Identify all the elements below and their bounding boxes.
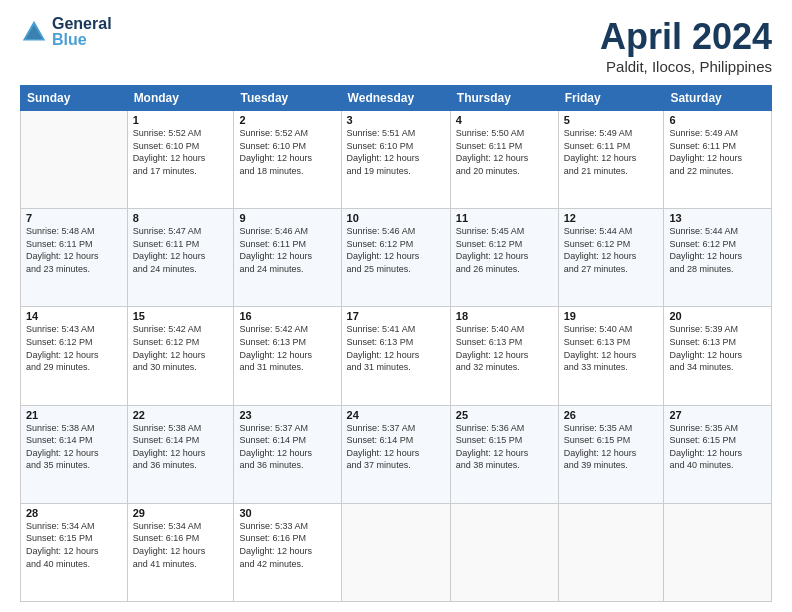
table-row: 14Sunrise: 5:43 AM Sunset: 6:12 PM Dayli… [21,307,128,405]
calendar-week-row: 21Sunrise: 5:38 AM Sunset: 6:14 PM Dayli… [21,405,772,503]
day-number: 1 [133,114,229,126]
day-number: 27 [669,409,766,421]
day-number: 21 [26,409,122,421]
day-number: 29 [133,507,229,519]
table-row: 22Sunrise: 5:38 AM Sunset: 6:14 PM Dayli… [127,405,234,503]
day-info: Sunrise: 5:35 AM Sunset: 6:15 PM Dayligh… [669,422,766,472]
col-wednesday: Wednesday [341,86,450,111]
table-row: 11Sunrise: 5:45 AM Sunset: 6:12 PM Dayli… [450,209,558,307]
day-info: Sunrise: 5:39 AM Sunset: 6:13 PM Dayligh… [669,323,766,373]
page: General Blue April 2024 Paldit, Ilocos, … [0,0,792,612]
day-info: Sunrise: 5:46 AM Sunset: 6:11 PM Dayligh… [239,225,335,275]
day-info: Sunrise: 5:49 AM Sunset: 6:11 PM Dayligh… [564,127,659,177]
table-row: 25Sunrise: 5:36 AM Sunset: 6:15 PM Dayli… [450,405,558,503]
table-row: 1Sunrise: 5:52 AM Sunset: 6:10 PM Daylig… [127,111,234,209]
day-number: 20 [669,310,766,322]
day-info: Sunrise: 5:45 AM Sunset: 6:12 PM Dayligh… [456,225,553,275]
day-info: Sunrise: 5:50 AM Sunset: 6:11 PM Dayligh… [456,127,553,177]
day-number: 6 [669,114,766,126]
day-number: 16 [239,310,335,322]
table-row: 27Sunrise: 5:35 AM Sunset: 6:15 PM Dayli… [664,405,772,503]
table-row: 30Sunrise: 5:33 AM Sunset: 6:16 PM Dayli… [234,503,341,601]
day-number: 30 [239,507,335,519]
table-row: 24Sunrise: 5:37 AM Sunset: 6:14 PM Dayli… [341,405,450,503]
col-thursday: Thursday [450,86,558,111]
day-number: 22 [133,409,229,421]
table-row: 3Sunrise: 5:51 AM Sunset: 6:10 PM Daylig… [341,111,450,209]
day-number: 14 [26,310,122,322]
day-info: Sunrise: 5:37 AM Sunset: 6:14 PM Dayligh… [347,422,445,472]
table-row: 12Sunrise: 5:44 AM Sunset: 6:12 PM Dayli… [558,209,664,307]
table-row: 4Sunrise: 5:50 AM Sunset: 6:11 PM Daylig… [450,111,558,209]
table-row: 2Sunrise: 5:52 AM Sunset: 6:10 PM Daylig… [234,111,341,209]
day-number: 3 [347,114,445,126]
day-number: 18 [456,310,553,322]
day-number: 7 [26,212,122,224]
table-row [664,503,772,601]
logo-blue-text: Blue [52,32,112,48]
day-number: 8 [133,212,229,224]
day-info: Sunrise: 5:35 AM Sunset: 6:15 PM Dayligh… [564,422,659,472]
table-row: 5Sunrise: 5:49 AM Sunset: 6:11 PM Daylig… [558,111,664,209]
day-number: 5 [564,114,659,126]
day-info: Sunrise: 5:37 AM Sunset: 6:14 PM Dayligh… [239,422,335,472]
table-row: 19Sunrise: 5:40 AM Sunset: 6:13 PM Dayli… [558,307,664,405]
table-row: 9Sunrise: 5:46 AM Sunset: 6:11 PM Daylig… [234,209,341,307]
day-number: 11 [456,212,553,224]
table-row: 23Sunrise: 5:37 AM Sunset: 6:14 PM Dayli… [234,405,341,503]
table-row [558,503,664,601]
day-info: Sunrise: 5:52 AM Sunset: 6:10 PM Dayligh… [239,127,335,177]
day-number: 23 [239,409,335,421]
day-info: Sunrise: 5:46 AM Sunset: 6:12 PM Dayligh… [347,225,445,275]
main-title: April 2024 [600,16,772,58]
day-info: Sunrise: 5:47 AM Sunset: 6:11 PM Dayligh… [133,225,229,275]
table-row [450,503,558,601]
day-number: 2 [239,114,335,126]
table-row: 18Sunrise: 5:40 AM Sunset: 6:13 PM Dayli… [450,307,558,405]
day-info: Sunrise: 5:36 AM Sunset: 6:15 PM Dayligh… [456,422,553,472]
table-row: 16Sunrise: 5:42 AM Sunset: 6:13 PM Dayli… [234,307,341,405]
day-number: 9 [239,212,335,224]
table-row: 7Sunrise: 5:48 AM Sunset: 6:11 PM Daylig… [21,209,128,307]
table-row: 6Sunrise: 5:49 AM Sunset: 6:11 PM Daylig… [664,111,772,209]
table-row: 10Sunrise: 5:46 AM Sunset: 6:12 PM Dayli… [341,209,450,307]
col-saturday: Saturday [664,86,772,111]
table-row: 8Sunrise: 5:47 AM Sunset: 6:11 PM Daylig… [127,209,234,307]
title-section: April 2024 Paldit, Ilocos, Philippines [600,16,772,75]
table-row: 28Sunrise: 5:34 AM Sunset: 6:15 PM Dayli… [21,503,128,601]
day-info: Sunrise: 5:33 AM Sunset: 6:16 PM Dayligh… [239,520,335,570]
day-info: Sunrise: 5:34 AM Sunset: 6:16 PM Dayligh… [133,520,229,570]
table-row: 15Sunrise: 5:42 AM Sunset: 6:12 PM Dayli… [127,307,234,405]
day-info: Sunrise: 5:41 AM Sunset: 6:13 PM Dayligh… [347,323,445,373]
table-row: 20Sunrise: 5:39 AM Sunset: 6:13 PM Dayli… [664,307,772,405]
day-info: Sunrise: 5:40 AM Sunset: 6:13 PM Dayligh… [456,323,553,373]
calendar-week-row: 28Sunrise: 5:34 AM Sunset: 6:15 PM Dayli… [21,503,772,601]
day-info: Sunrise: 5:44 AM Sunset: 6:12 PM Dayligh… [564,225,659,275]
logo: General Blue [20,16,112,48]
col-sunday: Sunday [21,86,128,111]
day-info: Sunrise: 5:42 AM Sunset: 6:12 PM Dayligh… [133,323,229,373]
table-row [341,503,450,601]
subtitle: Paldit, Ilocos, Philippines [600,58,772,75]
day-info: Sunrise: 5:43 AM Sunset: 6:12 PM Dayligh… [26,323,122,373]
day-info: Sunrise: 5:51 AM Sunset: 6:10 PM Dayligh… [347,127,445,177]
day-number: 28 [26,507,122,519]
day-number: 24 [347,409,445,421]
day-info: Sunrise: 5:52 AM Sunset: 6:10 PM Dayligh… [133,127,229,177]
col-monday: Monday [127,86,234,111]
table-row: 26Sunrise: 5:35 AM Sunset: 6:15 PM Dayli… [558,405,664,503]
calendar-week-row: 7Sunrise: 5:48 AM Sunset: 6:11 PM Daylig… [21,209,772,307]
table-row: 13Sunrise: 5:44 AM Sunset: 6:12 PM Dayli… [664,209,772,307]
col-tuesday: Tuesday [234,86,341,111]
table-row: 17Sunrise: 5:41 AM Sunset: 6:13 PM Dayli… [341,307,450,405]
logo-general-text: General [52,16,112,32]
day-number: 4 [456,114,553,126]
day-number: 12 [564,212,659,224]
day-number: 17 [347,310,445,322]
header: General Blue April 2024 Paldit, Ilocos, … [20,16,772,75]
day-number: 15 [133,310,229,322]
day-number: 26 [564,409,659,421]
day-info: Sunrise: 5:40 AM Sunset: 6:13 PM Dayligh… [564,323,659,373]
day-info: Sunrise: 5:48 AM Sunset: 6:11 PM Dayligh… [26,225,122,275]
logo-name: General Blue [52,16,112,48]
